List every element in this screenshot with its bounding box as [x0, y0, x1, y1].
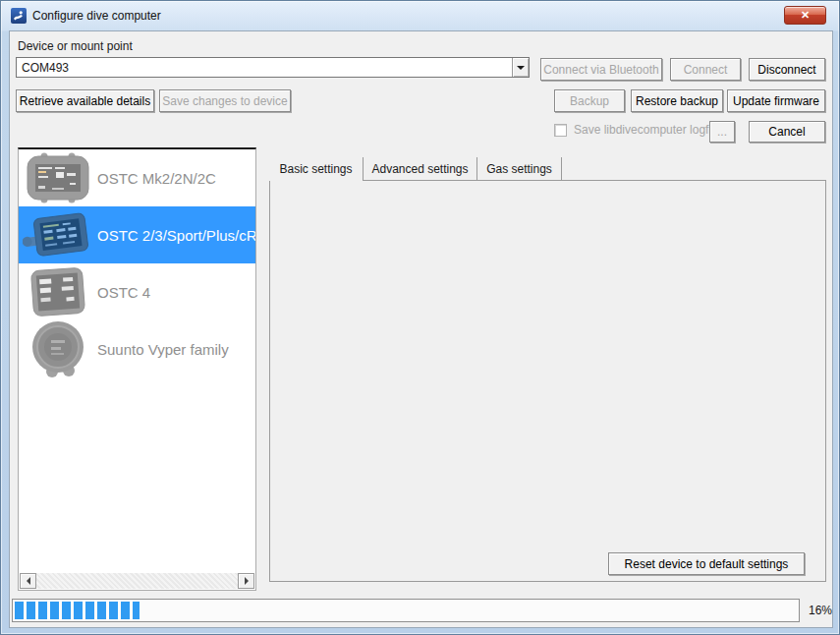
close-button[interactable]: ✕: [784, 6, 826, 25]
update-firmware-button[interactable]: Update firmware: [727, 89, 825, 112]
list-item-label: OSTC 4: [97, 284, 150, 301]
ostc-2-3-icon: [19, 210, 97, 260]
dialog-window: Configure dive computer ✕ Device or moun…: [0, 0, 840, 635]
scrollbar-track[interactable]: [36, 573, 238, 589]
save-logfile-label: Save libdivecomputer logfile: [574, 123, 720, 137]
retrieve-details-button[interactable]: Retrieve available details: [16, 89, 154, 112]
tab-gas-settings[interactable]: Gas settings: [477, 157, 562, 181]
device-list-hscrollbar[interactable]: [20, 573, 254, 589]
tab-advanced-settings[interactable]: Advanced settings: [364, 157, 477, 181]
device-combo-dropdown-icon[interactable]: [512, 58, 529, 77]
app-icon: [11, 8, 27, 24]
save-changes-button[interactable]: Save changes to device: [159, 89, 291, 112]
device-list: OSTC Mk2/2N/2C: [18, 147, 256, 591]
disconnect-button[interactable]: Disconnect: [749, 58, 825, 81]
logfile-browse-button[interactable]: ...: [709, 121, 735, 143]
ostc-mk2-icon: [19, 150, 97, 205]
backup-button[interactable]: Backup: [554, 89, 625, 112]
suunto-vyper-icon: [19, 320, 97, 377]
tab-basic-settings[interactable]: Basic settings: [269, 157, 364, 181]
list-item-ostc-2-3[interactable]: OSTC 2/3/Sport/Plus/cR: [19, 206, 255, 263]
progress-bar: [12, 599, 800, 622]
cancel-button[interactable]: Cancel: [749, 121, 825, 143]
list-item-label: OSTC 2/3/Sport/Plus/cR: [97, 227, 255, 244]
scroll-left-icon[interactable]: [20, 573, 36, 589]
list-item-ostc-mk2[interactable]: OSTC Mk2/2N/2C: [19, 149, 255, 206]
device-mount-label: Device or mount point: [18, 39, 133, 53]
connect-button[interactable]: Connect: [670, 58, 741, 81]
dialog-client-area: Device or mount point COM493 Connect via…: [9, 30, 833, 628]
ostc-4-icon: [19, 265, 97, 318]
basic-settings-pane: [269, 180, 826, 582]
scroll-right-icon[interactable]: [238, 573, 254, 589]
window-title: Configure dive computer: [32, 9, 161, 23]
progress-percentage: 16%: [802, 604, 832, 617]
title-bar[interactable]: Configure dive computer ✕: [1, 1, 839, 30]
list-item-label: Suunto Vyper family: [97, 341, 229, 358]
connect-bluetooth-button[interactable]: Connect via Bluetooth: [540, 58, 662, 81]
progress-fill: [15, 602, 140, 619]
list-item-label: OSTC Mk2/2N/2C: [97, 170, 216, 187]
checkbox-box-icon: [554, 124, 567, 137]
device-combo-value: COM493: [17, 61, 512, 75]
restore-backup-button[interactable]: Restore backup: [631, 89, 723, 112]
reset-defaults-button[interactable]: Reset device to default settings: [608, 552, 805, 575]
device-combo[interactable]: COM493: [16, 57, 530, 78]
list-item-suunto-vyper[interactable]: Suunto Vyper family: [19, 320, 255, 377]
save-logfile-checkbox[interactable]: Save libdivecomputer logfile: [554, 123, 720, 137]
list-item-ostc-4[interactable]: OSTC 4: [19, 263, 255, 320]
